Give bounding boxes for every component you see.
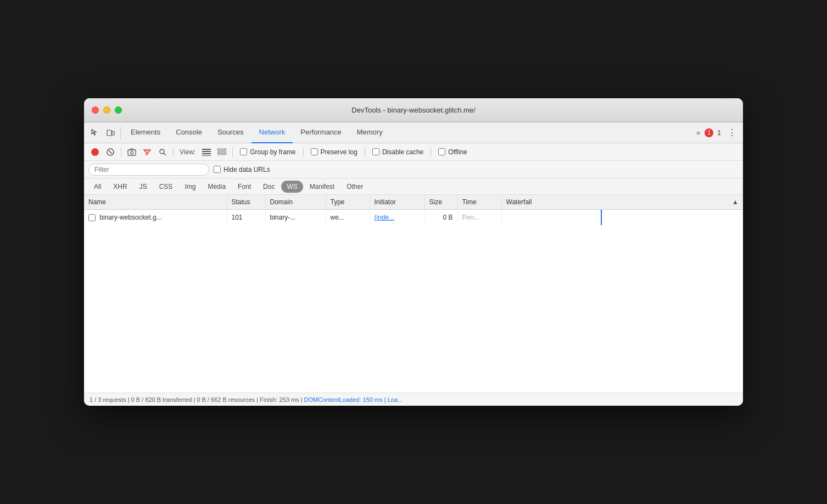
- filter-all[interactable]: All: [88, 181, 107, 193]
- filter-input[interactable]: [88, 164, 209, 176]
- col-initiator[interactable]: Initiator: [370, 195, 424, 210]
- col-time[interactable]: Time: [457, 195, 501, 210]
- filter-css[interactable]: CSS: [154, 181, 178, 193]
- tab-separator-1: [120, 127, 121, 139]
- maximize-button[interactable]: [115, 107, 122, 114]
- minimize-button[interactable]: [103, 107, 110, 114]
- view-label: View:: [180, 148, 195, 156]
- finish-time: Finish: 253 ms: [260, 396, 299, 403]
- tab-elements[interactable]: Elements: [123, 122, 168, 143]
- record-button[interactable]: [88, 145, 102, 159]
- window-title: DevTools - binary-websocket.glitch.me/: [351, 106, 475, 114]
- device-toolbar-button[interactable]: [103, 125, 118, 141]
- load-time: Loa...: [388, 396, 403, 403]
- title-bar: DevTools - binary-websocket.glitch.me/: [84, 98, 743, 122]
- more-tabs-button[interactable]: »: [692, 122, 705, 143]
- svg-rect-8: [202, 149, 211, 150]
- toolbar-sep-6: [431, 147, 431, 157]
- filter-button[interactable]: [141, 145, 154, 159]
- disable-cache-checkbox[interactable]: [372, 148, 379, 155]
- table-header: Name Status Domain Type Initiator: [84, 195, 743, 210]
- list-view-button[interactable]: [200, 145, 213, 159]
- offline-checkbox[interactable]: [438, 148, 445, 155]
- filter-media[interactable]: Media: [202, 181, 231, 193]
- disable-cache-label[interactable]: Disable cache: [372, 148, 423, 156]
- cell-waterfall: [501, 210, 743, 225]
- tab-sources[interactable]: Sources: [210, 122, 252, 143]
- toolbar-sep-4: [303, 147, 304, 157]
- filter-js[interactable]: JS: [134, 181, 153, 193]
- group-by-frame-label[interactable]: Group by frame: [240, 148, 295, 156]
- svg-point-5: [131, 151, 133, 154]
- col-status[interactable]: Status: [227, 195, 265, 210]
- network-table: Name Status Domain Type Initiator: [84, 195, 743, 225]
- preserve-log-checkbox[interactable]: [311, 148, 318, 155]
- table-row[interactable]: binary-websocket.g... 101 binary-... we.…: [84, 210, 743, 225]
- transferred-size: 0 B / 820 B transferred: [131, 396, 192, 403]
- col-domain[interactable]: Domain: [265, 195, 326, 210]
- tab-console[interactable]: Console: [168, 122, 210, 143]
- error-badge: 1: [705, 128, 713, 137]
- preserve-log-label[interactable]: Preserve log: [311, 148, 357, 156]
- svg-line-3: [109, 150, 112, 154]
- cell-time: Pen...: [457, 210, 501, 225]
- offline-label[interactable]: Offline: [438, 148, 467, 156]
- hide-data-urls-label[interactable]: Hide data URLs: [214, 166, 270, 173]
- cell-initiator: (inde...: [370, 210, 424, 225]
- filter-other[interactable]: Other: [341, 181, 368, 193]
- filter-ws[interactable]: WS: [281, 181, 303, 193]
- search-button[interactable]: [156, 145, 169, 159]
- sort-indicator: ▲: [732, 198, 739, 206]
- inspect-element-button[interactable]: [87, 125, 103, 141]
- filter-doc[interactable]: Doc: [258, 181, 280, 193]
- toolbar-sep-2: [173, 147, 174, 157]
- tab-memory[interactable]: Memory: [349, 122, 390, 143]
- waterfall-line: [601, 210, 602, 225]
- cell-size: 0 B: [424, 210, 457, 225]
- table-body: binary-websocket.g... 101 binary-... we.…: [84, 210, 743, 225]
- svg-rect-1: [112, 131, 114, 135]
- devtools-menu-button[interactable]: ⋮: [724, 125, 740, 141]
- requests-count: 1 / 3 requests: [90, 396, 126, 403]
- clear-button[interactable]: [104, 145, 117, 159]
- type-filter-bar: All XHR JS CSS Img Media Font Doc WS Man…: [84, 178, 743, 195]
- row-checkbox[interactable]: [88, 214, 96, 221]
- resources-size: 0 B / 662 B resources: [197, 396, 255, 403]
- col-size[interactable]: Size: [424, 195, 457, 210]
- svg-rect-14: [217, 152, 226, 154]
- svg-rect-10: [202, 153, 211, 154]
- cell-status: 101: [227, 210, 265, 225]
- hide-data-urls-checkbox[interactable]: [214, 166, 221, 173]
- error-badge-container: 1 1: [705, 128, 721, 137]
- filter-img[interactable]: Img: [179, 181, 201, 193]
- domcontentloaded-time: DOMContentLoaded: 150 ms: [304, 396, 383, 403]
- screenshot-button[interactable]: [125, 145, 138, 159]
- svg-point-6: [160, 149, 164, 154]
- network-table-container: Name Status Domain Type Initiator: [84, 195, 743, 393]
- close-button[interactable]: [92, 107, 99, 114]
- svg-rect-0: [107, 130, 111, 136]
- filter-bar: Hide data URLs: [84, 161, 743, 178]
- cell-domain: binary-...: [265, 210, 326, 225]
- svg-rect-4: [128, 150, 136, 155]
- col-name[interactable]: Name: [84, 195, 227, 210]
- cell-type: we...: [326, 210, 370, 225]
- toolbar-sep-3: [232, 147, 233, 157]
- col-waterfall[interactable]: Waterfall ▲: [501, 195, 743, 210]
- filter-manifest[interactable]: Manifest: [304, 181, 340, 193]
- large-view-button[interactable]: [215, 145, 228, 159]
- toolbar-sep-1: [121, 147, 121, 157]
- devtools-window: DevTools - binary-websocket.glitch.me/ E…: [84, 98, 743, 406]
- cell-name: binary-websocket.g...: [84, 210, 227, 225]
- tab-network[interactable]: Network: [252, 122, 293, 143]
- filter-font[interactable]: Font: [232, 181, 256, 193]
- filter-xhr[interactable]: XHR: [108, 181, 132, 193]
- col-type[interactable]: Type: [326, 195, 370, 210]
- network-toolbar: View: Group by frame: [84, 143, 743, 161]
- initiator-link[interactable]: (inde...: [375, 214, 395, 221]
- tab-performance[interactable]: Performance: [293, 122, 349, 143]
- status-bar: 1 / 3 requests | 0 B / 820 B transferred…: [84, 393, 743, 406]
- group-by-frame-checkbox[interactable]: [240, 148, 247, 155]
- svg-rect-9: [202, 151, 211, 152]
- traffic-lights: [92, 107, 122, 114]
